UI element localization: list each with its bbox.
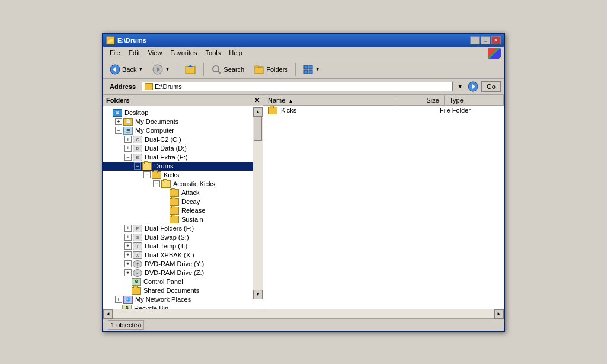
tree-label-shared-docs: Shared Documents bbox=[143, 287, 199, 294]
minimize-button[interactable]: _ bbox=[470, 36, 480, 44]
expand-btn-dual-xpbak[interactable]: + bbox=[124, 251, 132, 258]
tree-item-dvd-ram-z[interactable]: + Z DVD-RAM Drive (Z:) bbox=[103, 269, 263, 277]
expand-btn-dual-c2[interactable]: + bbox=[124, 136, 132, 143]
tree-label-dual-extra: Dual-Extra (E:) bbox=[145, 154, 188, 161]
tree-item-my-network[interactable]: + 🌐 My Network Places bbox=[103, 295, 263, 304]
search-button[interactable]: Search bbox=[207, 62, 248, 76]
tree-label-dual-folders: Dual-Folders (F:) bbox=[145, 225, 194, 232]
up-button[interactable] bbox=[181, 62, 200, 76]
drive-folders-icon: F bbox=[133, 225, 142, 232]
menu-file[interactable]: File bbox=[106, 48, 124, 59]
maximize-button[interactable]: □ bbox=[481, 36, 490, 44]
kicks-folder-icon bbox=[152, 171, 161, 179]
drive-xpbak-icon: X bbox=[133, 251, 142, 259]
tree-item-sustain[interactable]: Sustain bbox=[103, 215, 263, 224]
svg-rect-8 bbox=[255, 67, 263, 74]
menu-view[interactable]: View bbox=[145, 48, 166, 59]
hscroll-right[interactable]: ► bbox=[494, 309, 504, 319]
folders-close-button[interactable]: ✕ bbox=[254, 97, 260, 104]
close-button[interactable]: ✕ bbox=[491, 36, 501, 44]
expand-btn-acoustic-kicks[interactable]: − bbox=[153, 180, 160, 187]
tree-label-dual-xpbak: Dual-XPBAK (X:) bbox=[145, 251, 194, 258]
tree-item-recycle[interactable]: ♻ Recycle Bin bbox=[103, 304, 263, 309]
address-go-arrow[interactable] bbox=[467, 81, 479, 92]
tree-item-dual-xpbak[interactable]: + X Dual-XPBAK (X:) bbox=[103, 251, 263, 260]
expand-btn-dvd-y[interactable]: + bbox=[124, 260, 132, 267]
tree-scroll-track bbox=[253, 117, 263, 290]
forward-button[interactable]: ▼ bbox=[149, 62, 173, 76]
expand-btn-dual-extra[interactable]: − bbox=[124, 154, 132, 161]
tree-item-mycomputer[interactable]: − 💻 My Computer bbox=[103, 126, 263, 135]
expand-btn-network[interactable]: + bbox=[115, 296, 122, 303]
expand-btn-drums[interactable]: − bbox=[134, 162, 141, 170]
file-name-kicks: Kicks bbox=[281, 107, 392, 114]
svg-rect-9 bbox=[255, 66, 258, 68]
address-input[interactable] bbox=[155, 83, 450, 90]
tree-item-dual-temp[interactable]: + T Dual-Temp (T:) bbox=[103, 242, 263, 251]
tree-scroll-up[interactable]: ▲ bbox=[253, 107, 263, 117]
winxp-logo bbox=[488, 48, 501, 59]
hscroll-left[interactable]: ◄ bbox=[103, 309, 113, 319]
expand-btn-dual-folders[interactable]: + bbox=[124, 225, 132, 232]
expand-btn-mycomputer[interactable]: − bbox=[115, 127, 122, 134]
tree-item-shared-docs[interactable]: Shared Documents bbox=[103, 286, 263, 295]
svg-rect-4 bbox=[186, 66, 195, 74]
tree-item-decay[interactable]: Decay bbox=[103, 197, 263, 206]
address-input-wrap bbox=[142, 82, 453, 91]
go-button[interactable]: Go bbox=[481, 81, 501, 92]
expand-btn-dual-data[interactable]: + bbox=[124, 145, 132, 152]
menu-help[interactable]: Help bbox=[225, 48, 246, 59]
address-bar: Address ▼ Go bbox=[103, 79, 504, 95]
menu-favorites[interactable]: Favorites bbox=[167, 48, 200, 59]
back-icon bbox=[110, 64, 120, 75]
drive-temp-icon: T bbox=[133, 242, 142, 250]
desktop-icon: 🖥 bbox=[113, 109, 122, 117]
tree-label-dual-c2: Dual-C2 (C:) bbox=[145, 136, 181, 143]
tree-item-control-panel[interactable]: ⚙ Control Panel bbox=[103, 277, 263, 286]
title-bar-left: 📁 E:\Drums bbox=[106, 36, 146, 44]
tree-scroll-down[interactable]: ▼ bbox=[253, 290, 263, 299]
folders-panel-label: Folders bbox=[106, 97, 130, 104]
menu-tools[interactable]: Tools bbox=[202, 48, 225, 59]
folders-button[interactable]: Folders bbox=[250, 62, 292, 76]
folders-label: Folders bbox=[266, 66, 288, 73]
col-type-label: Type bbox=[449, 97, 464, 104]
col-header-type[interactable]: Type bbox=[445, 95, 504, 105]
svg-rect-11 bbox=[309, 65, 312, 69]
tree-item-desktop[interactable]: 🖥 Desktop bbox=[103, 108, 263, 117]
tree-item-dual-extra[interactable]: − E Dual-Extra (E:) bbox=[103, 153, 263, 162]
expand-btn-dual-temp[interactable]: + bbox=[124, 242, 132, 250]
mydocs-icon: 📄 bbox=[123, 118, 133, 126]
address-dropdown-arrow[interactable]: ▼ bbox=[455, 80, 465, 93]
back-button[interactable]: Back ▼ bbox=[106, 62, 146, 76]
tree-item-dual-c2[interactable]: + C Dual-C2 (C:) bbox=[103, 135, 263, 144]
tree-item-dual-data[interactable]: + D Dual-Data (D:) bbox=[103, 144, 263, 153]
drive-extra-icon: E bbox=[133, 154, 142, 161]
separator-1 bbox=[177, 63, 177, 76]
expand-btn-dvd-z[interactable]: + bbox=[124, 269, 132, 276]
tree-label-recycle: Recycle Bin bbox=[134, 305, 168, 309]
expand-btn-mydocs[interactable]: + bbox=[115, 118, 122, 125]
tree-scroll-thumb[interactable] bbox=[254, 117, 262, 141]
tree-item-attack[interactable]: Attack bbox=[103, 189, 263, 197]
tree-item-mydocs[interactable]: + 📄 My Documents bbox=[103, 117, 263, 126]
col-header-name[interactable]: Name ▲ bbox=[263, 95, 397, 105]
expand-btn-kicks[interactable]: − bbox=[143, 171, 151, 178]
file-item-kicks[interactable]: Kicks File Folder bbox=[263, 106, 504, 116]
tree-item-dual-swap[interactable]: + S Dual-Swap (S:) bbox=[103, 233, 263, 242]
tree-item-drums[interactable]: − Drums bbox=[103, 162, 263, 171]
view-toggle-button[interactable]: ▼ bbox=[299, 62, 324, 76]
tree-item-acoustic-kicks[interactable]: − Acoustic Kicks bbox=[103, 180, 263, 189]
tree-item-dual-folders[interactable]: + F Dual-Folders (F:) bbox=[103, 224, 263, 233]
expand-btn-dual-swap[interactable]: + bbox=[124, 234, 132, 241]
tree-item-dvd-ram-y[interactable]: + Y DVD-RAM Drive (Y:) bbox=[103, 260, 263, 269]
svg-point-6 bbox=[213, 66, 219, 72]
menu-edit[interactable]: Edit bbox=[125, 48, 143, 59]
tree-label-kicks: Kicks bbox=[164, 171, 179, 178]
tree-item-kicks[interactable]: − Kicks bbox=[103, 171, 263, 180]
tree-item-release[interactable]: Release bbox=[103, 206, 263, 215]
tree-label-desktop: Desktop bbox=[124, 109, 148, 116]
view-icon bbox=[303, 64, 314, 75]
search-icon bbox=[211, 64, 222, 75]
col-header-size[interactable]: Size bbox=[397, 95, 445, 105]
